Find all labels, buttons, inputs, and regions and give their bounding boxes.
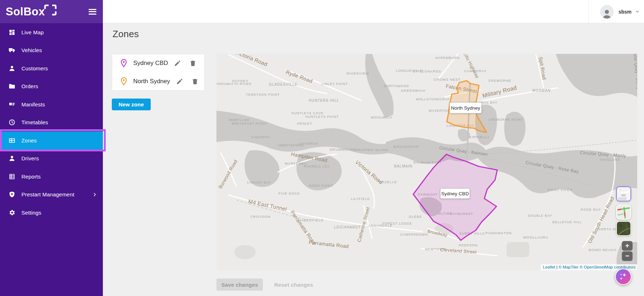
svg-text:WOOLLAHRA: WOOLLAHRA (523, 235, 549, 239)
svg-text:ROZELLE: ROZELLE (379, 180, 397, 184)
save-changes-button[interactable]: Save changes (216, 279, 263, 291)
zoom-out-button[interactable]: − (622, 251, 633, 261)
user-menu[interactable]: sbsm (600, 0, 640, 23)
sidebar-header: SolBox (0, 0, 103, 23)
zone-name: Sydney CBD (133, 60, 168, 67)
svg-text:CHISWICK: CHISWICK (299, 142, 318, 145)
sidebar-item-timetables[interactable]: Timetables (0, 114, 103, 132)
gear-icon (9, 209, 15, 216)
zone-name: North Sydney (133, 78, 170, 85)
avatar (600, 5, 614, 19)
svg-text:ROSE BAY: ROSE BAY (581, 207, 601, 211)
svg-text:DRUMMOYNE: DRUMMOYNE (330, 147, 356, 151)
svg-text:DOUBLE BAY: DOUBLE BAY (528, 214, 552, 217)
svg-text:TENNYSON POINT: TENNYSON POINT (246, 93, 280, 96)
sidebar-item-prestart-management[interactable]: Prestart Management (0, 186, 103, 204)
header-divider (588, 0, 589, 23)
sidebar-item-label: Settings (21, 210, 41, 216)
svg-text:MOSMAN: MOSMAN (532, 89, 551, 92)
svg-text:NEWTOWN: NEWTOWN (425, 247, 446, 251)
svg-text:NAREMBURN: NAREMBURN (435, 56, 460, 60)
sidebar-item-label: Prestart Management (21, 191, 74, 197)
user-name: sbsm (618, 9, 631, 15)
svg-text:BONDI BEACH: BONDI BEACH (589, 248, 616, 252)
svg-text:WAVERTON: WAVERTON (429, 109, 450, 112)
map-style-traffic[interactable] (616, 205, 631, 220)
zone-row-north-sydney: North Sydney (112, 72, 204, 91)
svg-text:BIRCHGROVE: BIRCHGROVE (393, 145, 419, 149)
zone-row-sydney-cbd: Sydney CBD (112, 54, 204, 72)
sidebar-item-live-map[interactable]: Live Map (0, 23, 103, 41)
sidebar-item-label: Customers (21, 65, 48, 71)
svg-text:GLEBE: GLEBE (409, 215, 422, 219)
reset-changes-button[interactable]: Reset changes (269, 279, 319, 291)
svg-text:REDFERN: REDFERN (459, 243, 478, 247)
svg-text:Sydney CBD: Sydney CBD (441, 191, 469, 196)
svg-text:HUNTLEYS COVE: HUNTLEYS COVE (291, 111, 324, 115)
attribution-separator: | (555, 265, 558, 269)
new-zone-button[interactable]: New zone (112, 99, 151, 110)
assistant-fab[interactable] (615, 269, 631, 285)
svg-text:RODD POINT: RODD POINT (309, 184, 333, 187)
sidebar-item-vehicles[interactable]: Vehicles (0, 41, 103, 60)
svg-text:CREMORNE: CREMORNE (488, 79, 511, 82)
svg-text:HENLEY: HENLEY (297, 122, 313, 125)
map-style-satellite[interactable] (616, 221, 631, 236)
edit-zone-button[interactable] (174, 60, 181, 67)
zone-pin-icon (120, 77, 128, 86)
zones-icon (9, 137, 15, 144)
sidebar-item-label: Manifests (21, 101, 45, 107)
sidebar-item-settings[interactable]: Settings (0, 204, 103, 222)
svg-text:KIRRIBILLI: KIRRIBILLI (469, 135, 489, 139)
sidebar-item-reports[interactable]: Reports (0, 167, 103, 186)
folder-icon (9, 83, 15, 90)
sparkles-icon (618, 271, 629, 282)
sidebar-item-orders[interactable]: Orders (0, 77, 103, 96)
sidebar-nav: Live MapVehiclesCustomersOrdersManifests… (0, 23, 103, 222)
app-window: SolBox Live MapVehiclesCustomersOrdersMa… (0, 0, 644, 296)
edit-zone-button[interactable] (176, 78, 183, 85)
svg-text:VAUCLUSE: VAUCLUSE (600, 158, 620, 161)
zoom-in-button[interactable]: + (622, 241, 633, 251)
sidebar: SolBox Live MapVehiclesCustomersOrdersMa… (0, 0, 103, 296)
svg-text:ST LEONARDS: ST LEONARDS (413, 69, 441, 73)
sidebar-item-manifests[interactable]: Manifests (0, 95, 103, 114)
person-icon (9, 155, 15, 162)
sidebar-item-label: Drivers (21, 155, 39, 161)
svg-text:CABARITA: CABARITA (251, 135, 270, 139)
svg-text:GLADESVILLE: GLADESVILLE (269, 82, 298, 86)
svg-text:LILYFIELD: LILYFIELD (351, 197, 370, 201)
maptiler-link[interactable]: © MapTiler (559, 265, 580, 269)
top-header: sbsm (103, 0, 644, 23)
svg-text:North Sydney: North Sydney (451, 105, 480, 111)
map-canvas[interactable]: Victoria RoadRyde RoadHampden RoadVictor… (216, 54, 637, 270)
sidebar-item-zones[interactable]: Zones (0, 131, 103, 150)
app-logo-text: SolBox (6, 5, 45, 18)
delete-zone-button[interactable] (189, 60, 196, 67)
sidebar-item-label: Orders (21, 83, 38, 89)
sidebar-item-label: Reports (21, 174, 41, 180)
svg-text:FIVE DOCK: FIVE DOCK (278, 191, 300, 195)
svg-text:GREENWICH: GREENWICH (401, 89, 425, 92)
manifest-icon (9, 101, 15, 108)
sidebar-item-drivers[interactable]: Drivers (0, 150, 103, 168)
svg-text:HUNTLEYS POINT: HUNTLEYS POINT (305, 115, 339, 119)
menu-toggle-button[interactable] (89, 9, 96, 15)
zone-map-label-sydney-cbd: Sydney CBD (440, 189, 470, 199)
map[interactable]: Victoria RoadRyde RoadHampden RoadVictor… (216, 54, 637, 270)
svg-text:RUSSELL LEA: RUSSELL LEA (304, 165, 330, 168)
osm-link[interactable]: © OpenStreetMap contributors (580, 265, 635, 269)
sidebar-item-label: Live Map (21, 29, 44, 35)
sidebar-item-customers[interactable]: Customers (0, 59, 103, 77)
map-style-basic[interactable] (616, 186, 631, 201)
app-logo[interactable]: SolBox (6, 5, 58, 18)
sidebar-item-label: Zones (21, 137, 37, 144)
leaflet-link[interactable]: Leaflet (543, 265, 555, 269)
zone-pin-icon (120, 59, 128, 68)
delete-zone-button[interactable] (191, 78, 199, 85)
live-map-icon (9, 29, 15, 36)
user-silhouette-icon (601, 8, 612, 19)
person-icon (9, 65, 15, 72)
svg-text:CROYDON: CROYDON (250, 215, 270, 219)
svg-text:POINT PIPER: POINT PIPER (548, 188, 573, 192)
